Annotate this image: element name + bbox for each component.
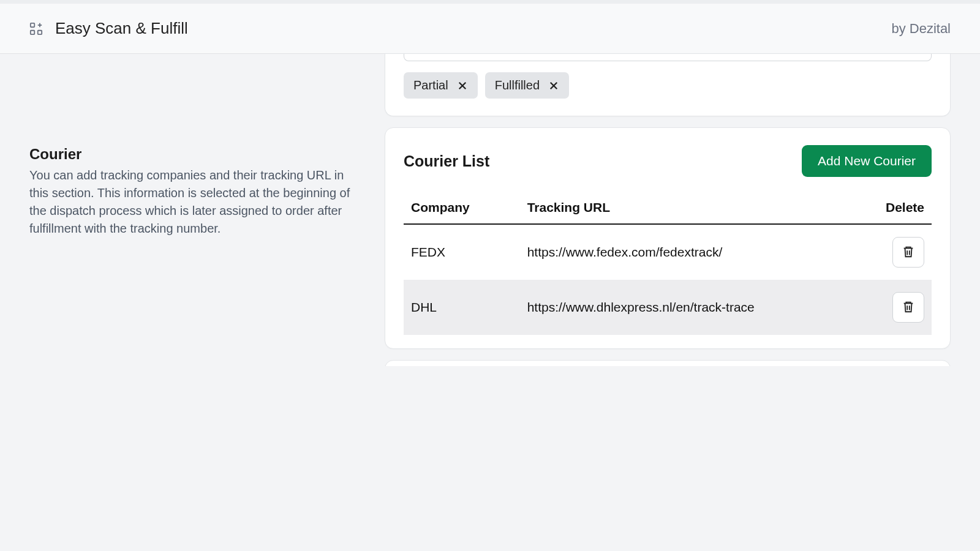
extra-settings-card: Add Tags When Order Fullfilled	[385, 360, 951, 366]
app-title: Easy Scan & Fulfill	[55, 19, 188, 38]
vendor-text: by Dezital	[891, 21, 951, 37]
courier-table: Company Tracking URL Delete FEDX https:/…	[404, 194, 932, 335]
top-bar: Easy Scan & Fulfill by Dezital	[0, 0, 980, 54]
tag-chips: Partial Fullfilled	[404, 72, 932, 99]
table-row: FEDX https://www.fedex.com/fedextrack/	[404, 224, 932, 280]
tag-chip-partial[interactable]: Partial	[404, 72, 478, 99]
courier-list-title: Courier List	[404, 152, 489, 170]
table-row: DHL https://www.dhlexpress.nl/en/track-t…	[404, 280, 932, 335]
column-tracking-url: Tracking URL	[520, 194, 858, 224]
chip-label: Fullfilled	[495, 78, 540, 92]
courier-section-description: You can add tracking companies and their…	[29, 167, 360, 238]
courier-list-card: Courier List Add New Courier Company Tra…	[385, 127, 951, 349]
tag-chip-fullfilled[interactable]: Fullfilled	[485, 72, 569, 99]
close-icon[interactable]	[548, 80, 559, 91]
svg-rect-0	[31, 23, 34, 26]
cell-company: FEDX	[404, 224, 520, 280]
svg-rect-1	[31, 30, 34, 34]
content-area: Courier You can add tracking companies a…	[0, 54, 980, 366]
delete-button[interactable]	[892, 237, 924, 268]
right-column: Partial Fullfilled Courier List Add New …	[385, 54, 951, 366]
trash-icon	[902, 245, 915, 260]
trash-icon	[902, 300, 915, 315]
cell-url: https://www.dhlexpress.nl/en/track-trace	[520, 280, 858, 335]
top-bar-left: Easy Scan & Fulfill	[29, 19, 188, 38]
courier-list-header: Courier List Add New Courier	[404, 145, 932, 177]
chip-label: Partial	[413, 78, 448, 92]
column-delete: Delete	[858, 194, 932, 224]
svg-rect-2	[38, 30, 42, 34]
column-company: Company	[404, 194, 520, 224]
add-new-courier-button[interactable]: Add New Courier	[802, 145, 932, 177]
cell-company: DHL	[404, 280, 520, 335]
courier-section-title: Courier	[29, 146, 360, 163]
cell-url: https://www.fedex.com/fedextrack/	[520, 224, 858, 280]
close-icon[interactable]	[457, 80, 468, 91]
apps-grid-icon	[29, 22, 43, 36]
delete-button[interactable]	[892, 292, 924, 323]
tag-input[interactable]	[404, 54, 932, 61]
tags-card: Partial Fullfilled	[385, 54, 951, 116]
left-column: Courier You can add tracking companies a…	[29, 54, 360, 366]
